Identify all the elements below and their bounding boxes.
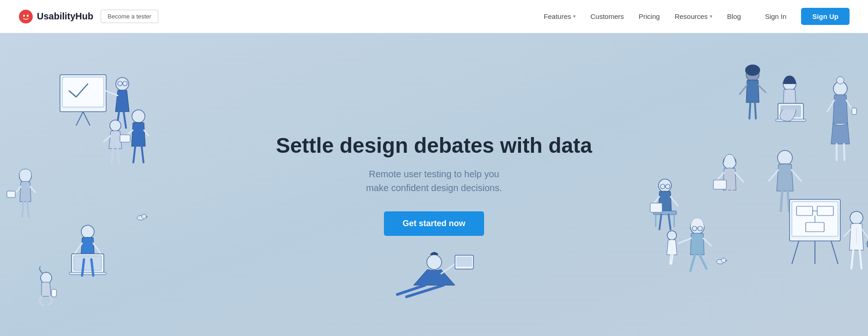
svg-rect-4 xyxy=(62,77,104,107)
svg-line-62 xyxy=(740,85,747,94)
svg-point-2 xyxy=(27,14,29,17)
svg-point-19 xyxy=(132,110,145,123)
svg-line-13 xyxy=(124,112,126,128)
navbar: UsabilityHub Become a tester Features ▾ … xyxy=(0,0,868,33)
svg-line-64 xyxy=(749,102,750,119)
svg-line-59 xyxy=(844,144,844,160)
svg-point-61 xyxy=(745,65,760,76)
hero-subtitle: Remote user testing to help you make con… xyxy=(276,167,592,195)
logo[interactable]: UsabilityHub xyxy=(18,9,93,24)
illustration-right xyxy=(628,33,868,336)
svg-line-65 xyxy=(755,102,756,119)
svg-line-87 xyxy=(670,255,671,264)
svg-line-81 xyxy=(679,238,691,243)
svg-line-86 xyxy=(671,255,673,264)
svg-line-115 xyxy=(659,215,661,229)
logo-icon xyxy=(18,9,33,24)
get-started-button[interactable]: Get started now xyxy=(384,211,484,236)
nav-pricing[interactable]: Pricing xyxy=(639,12,660,20)
nav-actions: Sign In Sign Up xyxy=(756,8,850,25)
logo-text: UsabilityHub xyxy=(37,11,93,22)
svg-line-104 xyxy=(851,250,853,269)
svg-line-34 xyxy=(74,243,82,255)
nav-blog[interactable]: Blog xyxy=(727,12,741,20)
svg-line-18 xyxy=(118,149,119,163)
svg-line-30 xyxy=(27,202,29,217)
svg-point-72 xyxy=(778,150,792,165)
svg-line-76 xyxy=(788,191,789,211)
hero-section: Settle design debates with data Remote u… xyxy=(0,33,868,336)
svg-line-23 xyxy=(142,146,144,162)
svg-rect-38 xyxy=(69,272,106,275)
svg-rect-27 xyxy=(7,191,15,198)
svg-line-103 xyxy=(844,229,851,236)
svg-line-105 xyxy=(860,250,862,269)
svg-rect-48 xyxy=(456,257,472,267)
svg-line-75 xyxy=(781,191,782,211)
svg-line-35 xyxy=(93,243,102,255)
svg-line-73 xyxy=(769,170,778,181)
svg-line-6 xyxy=(83,112,90,126)
svg-line-17 xyxy=(112,149,113,163)
hero-title: Settle design debates with data xyxy=(276,133,592,158)
sign-in-button[interactable]: Sign In xyxy=(756,9,796,24)
svg-line-28 xyxy=(30,186,36,192)
become-tester-button[interactable]: Become a tester xyxy=(101,10,158,23)
svg-point-42 xyxy=(142,214,146,219)
navbar-right: Features ▾ Customers Pricing Resources ▾… xyxy=(544,8,850,25)
svg-line-116 xyxy=(669,215,670,229)
hero-content: Settle design debates with data Remote u… xyxy=(276,133,592,236)
svg-point-33 xyxy=(81,225,94,238)
svg-rect-69 xyxy=(713,180,726,189)
svg-point-43 xyxy=(427,255,442,270)
nav-features[interactable]: Features ▾ xyxy=(544,12,575,20)
svg-rect-57 xyxy=(852,108,856,114)
svg-line-96 xyxy=(831,241,838,264)
svg-line-71 xyxy=(732,190,733,206)
svg-line-22 xyxy=(133,146,135,162)
sign-up-button[interactable]: Sign Up xyxy=(801,8,850,25)
svg-line-63 xyxy=(758,85,766,92)
features-chevron-icon: ▾ xyxy=(573,13,576,19)
svg-line-68 xyxy=(735,173,743,182)
svg-line-74 xyxy=(791,170,801,181)
svg-point-107 xyxy=(721,258,726,263)
navbar-left: UsabilityHub Become a tester xyxy=(18,9,158,24)
svg-rect-32 xyxy=(52,289,56,297)
svg-point-98 xyxy=(850,211,863,224)
svg-point-1 xyxy=(23,14,25,17)
resources-chevron-icon: ▾ xyxy=(710,13,712,19)
illustration-left xyxy=(0,33,240,336)
nav-resources[interactable]: Resources ▾ xyxy=(675,12,712,20)
svg-line-11 xyxy=(106,91,118,96)
svg-line-45 xyxy=(407,285,443,297)
svg-line-55 xyxy=(827,100,834,112)
svg-line-84 xyxy=(700,255,706,269)
svg-rect-24 xyxy=(120,135,130,142)
svg-point-31 xyxy=(41,272,52,283)
svg-rect-119 xyxy=(650,203,662,212)
svg-line-83 xyxy=(690,255,695,271)
svg-line-29 xyxy=(22,202,24,217)
svg-line-70 xyxy=(726,190,727,206)
svg-line-95 xyxy=(792,241,799,264)
svg-point-0 xyxy=(19,10,33,24)
nav-customers[interactable]: Customers xyxy=(591,12,624,20)
svg-point-85 xyxy=(667,231,676,240)
svg-point-54 xyxy=(837,77,844,84)
svg-line-82 xyxy=(703,238,711,246)
svg-line-5 xyxy=(76,112,83,126)
svg-point-14 xyxy=(110,120,121,131)
svg-line-118 xyxy=(670,197,678,206)
illustration-center xyxy=(374,244,494,336)
svg-rect-37 xyxy=(74,256,102,270)
